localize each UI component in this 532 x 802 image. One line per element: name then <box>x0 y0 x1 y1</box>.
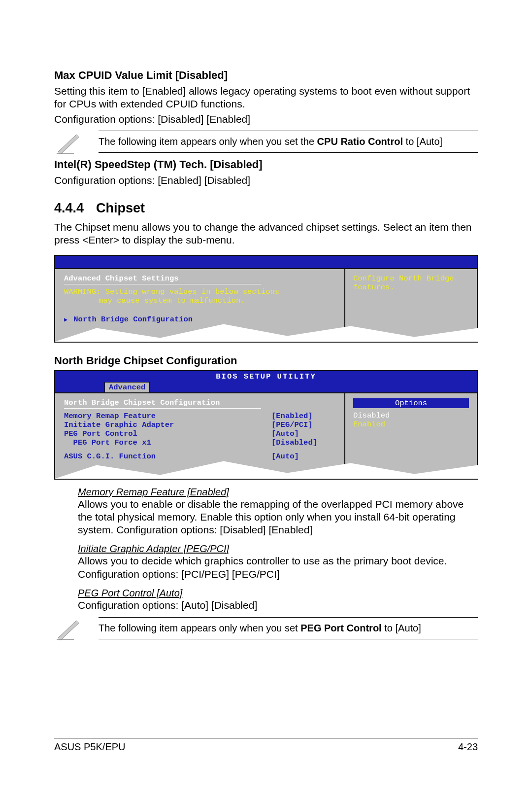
bios2-opt-disabled[interactable]: Disabled <box>353 411 469 420</box>
desc3-body: Configuration options: [Auto] [Disabled] <box>78 599 478 612</box>
bios1-help: Configure North Bridge features. <box>353 274 469 292</box>
bios2-val: [PEG/PCI] <box>271 420 335 429</box>
section-title: Chipset <box>96 201 145 215</box>
note1-text: The following item appears only when you… <box>99 131 478 153</box>
note-pen-icon <box>54 616 84 640</box>
desc1-body: Allows you to enable or disable the rema… <box>78 498 478 537</box>
cpuid-config: Configuration options: [Disabled] [Enabl… <box>54 113 478 126</box>
bios1-warn1: WARMING: Setting wrong values in below s… <box>64 287 335 296</box>
bios2-tab-advanced[interactable]: Advanced <box>104 382 150 392</box>
bios2-lbl: PEG Port Force x1 <box>64 438 271 447</box>
speedstep-heading: Intel(R) SpeedStep (TM) Tech. [Disabled] <box>54 158 478 171</box>
note-pen-icon <box>54 130 84 154</box>
bios2-val: [Auto] <box>271 429 335 438</box>
bios2-opt-enabled[interactable]: Enabled <box>353 420 469 429</box>
bios1-item-northbridge[interactable]: ▶ North Bridge Configuration <box>64 315 335 324</box>
cpuid-heading: Max CPUID Value Limit [Disabled] <box>54 69 478 82</box>
bios1-warn2: may cause system to malfunction. <box>64 296 335 305</box>
bios2-item-peg-force[interactable]: PEG Port Force x1 [Disabled] <box>64 438 335 447</box>
nbc-heading: North Bridge Chipset Configuration <box>54 354 478 367</box>
desc1-title: Memory Remap Feature [Enabled] <box>78 487 478 498</box>
bios2-val: [Disabled] <box>271 438 335 447</box>
bios-nbc-panel: BIOS SETUP UTILITY Advanced North Bridge… <box>54 370 478 480</box>
cpuid-para: Setting this item to [Enabled] allows le… <box>54 85 478 111</box>
bios2-lbl: Initiate Graphic Adapter <box>64 420 271 429</box>
desc2-title: Initiate Graphic Adapter [PEG/PCI] <box>78 543 478 555</box>
bios2-item-graphic-adapter[interactable]: Initiate Graphic Adapter [PEG/PCI] <box>64 420 335 429</box>
note1-pre: The following item appears only when you… <box>99 136 317 147</box>
bios2-val: [Enabled] <box>271 412 335 420</box>
bios1-item-label: North Bridge Configuration <box>73 315 193 324</box>
bios2-lbl: PEG Port Control <box>64 429 271 438</box>
note2-post: to [Auto] <box>382 623 421 633</box>
bios-chipset-panel: Advanced Chipset Settings WARMING: Setti… <box>54 255 478 343</box>
bios2-lbl: Memory Remap Feature <box>64 412 271 420</box>
bios1-title: Advanced Chipset Settings <box>64 274 335 283</box>
bios2-item-memory-remap[interactable]: Memory Remap Feature [Enabled] <box>64 412 335 420</box>
chipset-para: The Chipset menu allows you to change th… <box>54 221 478 247</box>
note2-pre: The following item appears only when you… <box>99 623 300 633</box>
footer-model: ASUS P5K/EPU <box>54 741 126 753</box>
bios2-item-peg-port[interactable]: PEG Port Control [Auto] <box>64 429 335 438</box>
bios2-val: [Auto] <box>271 452 335 461</box>
bios2-item-cgi[interactable]: ASUS C.G.I. Function [Auto] <box>64 452 335 461</box>
note1-post: to [Auto] <box>403 136 442 147</box>
desc2-body: Allows you to decide which graphics cont… <box>78 555 478 581</box>
bios2-options-header: Options <box>353 398 469 408</box>
speedstep-config: Configuration options: [Enabled] [Disabl… <box>54 174 478 187</box>
note2-text: The following item appears only when you… <box>99 617 478 639</box>
bios2-title: North Bridge Chipset Configuration <box>64 398 335 407</box>
footer-page-number: 4-23 <box>458 741 478 753</box>
desc3-title: PEG Port Control [Auto] <box>78 588 478 599</box>
bios2-util-title: BIOS SETUP UTILITY <box>55 371 477 382</box>
note2-bold: PEG Port Control <box>300 623 381 633</box>
section-number: 4.4.4 <box>54 201 96 216</box>
note1-bold: CPU Ratio Control <box>317 136 403 147</box>
bios2-lbl: ASUS C.G.I. Function <box>64 452 271 461</box>
